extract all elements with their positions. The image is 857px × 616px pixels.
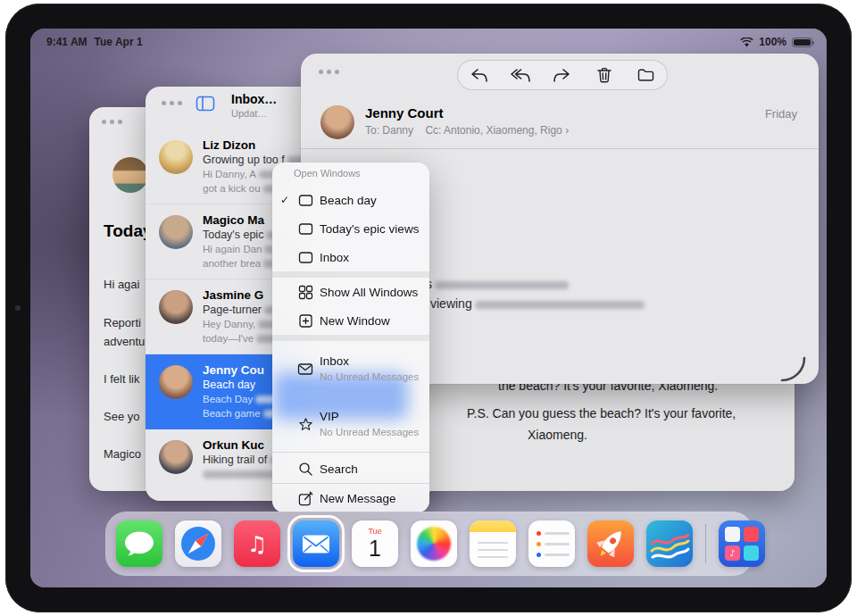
- menu-separator: [272, 452, 429, 453]
- chat-bubble-icon: [116, 520, 162, 567]
- menu-item-inbox-window[interactable]: Inbox: [272, 243, 429, 271]
- menu-item-beach-day[interactable]: ✓ Beach day: [272, 186, 429, 214]
- menu-item-vip-mailbox[interactable]: VIP No Unread Messages: [272, 396, 429, 452]
- inbox-titlebox: Inbox… Updat…: [231, 92, 277, 119]
- dock-separator: [705, 524, 706, 563]
- photos-app-icon[interactable]: [411, 520, 457, 567]
- reminder-row: [537, 542, 570, 546]
- blurred-text: [435, 281, 569, 289]
- chevron-right-icon: ›: [565, 124, 569, 137]
- forward-button[interactable]: [547, 62, 578, 87]
- music-app-icon[interactable]: ♫: [234, 520, 280, 567]
- avatar-sender: [112, 157, 148, 193]
- folder-icon: [637, 67, 655, 83]
- body-text-line: Magico: [104, 447, 141, 461]
- envelope-icon: [293, 520, 339, 567]
- menu-item-new-window[interactable]: New Window: [272, 306, 429, 335]
- reply-icon: [470, 67, 488, 84]
- forward-icon: [553, 67, 571, 84]
- front-camera: [15, 305, 21, 311]
- mailbox-title: Inbox…: [231, 92, 277, 106]
- menu-separator: [272, 271, 429, 278]
- reminders-app-icon[interactable]: [528, 520, 575, 567]
- divider: [301, 148, 819, 149]
- avatar: [159, 290, 193, 324]
- status-bar: 9:41 AM Tue Apr 1 100%: [30, 29, 827, 52]
- calendar-app-icon[interactable]: Tue 1: [352, 520, 398, 567]
- trash-button[interactable]: [589, 62, 620, 87]
- notes-app-icon[interactable]: [470, 520, 516, 567]
- status-time: 9:41 AM: [46, 36, 87, 48]
- safari-app-icon[interactable]: [175, 520, 221, 567]
- grid-icon: [298, 285, 313, 300]
- resize-corner-icon[interactable]: [779, 355, 806, 382]
- body-text-line: I felt lik: [104, 372, 139, 386]
- menu-item-todays-epic-views[interactable]: Today's epic views: [272, 214, 429, 243]
- drawing-app-icon[interactable]: [646, 520, 693, 567]
- menu-item-search[interactable]: Search: [272, 454, 429, 483]
- window-icon: [298, 194, 313, 207]
- reminder-row: [537, 553, 570, 557]
- window-icon: [298, 251, 313, 264]
- body-text-line: See yo: [104, 410, 139, 423]
- reply-all-icon: [510, 67, 531, 84]
- battery-percent: 100%: [759, 36, 786, 48]
- calendar-weekday: Tue: [352, 527, 398, 536]
- avatar: [159, 215, 193, 249]
- to-line: To: Danny: [365, 124, 413, 137]
- notes-line: [478, 549, 508, 551]
- notes-line: [478, 542, 508, 544]
- menu-item-new-message[interactable]: New Message: [272, 484, 429, 512]
- mailbox-status: No Unread Messages: [320, 371, 419, 382]
- compass-icon: [175, 520, 221, 567]
- battery-icon: [792, 37, 812, 47]
- sidebar-icon: [196, 95, 215, 112]
- window-controls[interactable]: [102, 120, 122, 124]
- flower-icon: [417, 527, 451, 561]
- body-text-line: Reporti: [104, 316, 141, 329]
- menu-item-show-all-windows[interactable]: Show All Windows: [272, 278, 429, 306]
- sidebar-toggle-button[interactable]: [196, 95, 215, 112]
- avatar: [159, 440, 193, 474]
- menu-separator: [272, 335, 429, 341]
- messages-app-icon[interactable]: [116, 520, 162, 567]
- reply-all-button[interactable]: [505, 62, 536, 87]
- mini-music-icon: ♪: [725, 545, 740, 561]
- body-text-fragment: viewing: [430, 296, 645, 311]
- app-library-icon[interactable]: ♪: [719, 520, 765, 567]
- star-icon: [298, 417, 313, 432]
- mailbox-status: No Unread Messages: [320, 427, 419, 437]
- body-text-fragment: s: [426, 277, 569, 291]
- blurred-text: [475, 301, 645, 309]
- menu-header: Open Windows: [294, 168, 361, 179]
- body-text: P.S. Can you guess the beach? It's your …: [467, 406, 736, 420]
- calendar-day: 1: [352, 536, 398, 562]
- reply-button[interactable]: [463, 62, 494, 87]
- folder-button[interactable]: [631, 62, 661, 87]
- avatar: [159, 365, 193, 399]
- cc-line: Cc: Antonio, Xiaomeng, Rigo: [425, 124, 562, 137]
- message-sender: Jenny Court: [365, 105, 444, 121]
- mail-app-icon[interactable]: [293, 520, 339, 567]
- open-windows-menu: Open Windows ✓ Beach day Today's epic vi…: [272, 162, 429, 512]
- reminder-row: [537, 531, 570, 536]
- waves-icon: [646, 520, 693, 567]
- mini-app-icon: [725, 527, 740, 542]
- window-controls[interactable]: [319, 70, 339, 74]
- body-text-line: Hi agai: [104, 278, 139, 291]
- notes-line: [478, 556, 508, 558]
- rocket-icon: [587, 520, 634, 567]
- avatar: [159, 140, 193, 174]
- avatar-jenny: [320, 105, 354, 139]
- message-recipients[interactable]: To: Danny Cc: Antonio, Xiaomeng, Rigo ›: [365, 124, 569, 137]
- music-note-icon: ♫: [234, 520, 280, 567]
- trash-icon: [595, 66, 613, 84]
- envelope-icon: [297, 362, 313, 376]
- wifi-icon: [740, 37, 753, 47]
- mailbox-status: Updat…: [231, 108, 277, 119]
- message-date: Friday: [765, 107, 797, 121]
- window-controls[interactable]: [162, 101, 182, 105]
- checkmark-icon: ✓: [280, 194, 295, 206]
- menu-item-inbox-mailbox[interactable]: Inbox No Unread Messages: [272, 341, 429, 396]
- rocket-app-icon[interactable]: [587, 520, 634, 567]
